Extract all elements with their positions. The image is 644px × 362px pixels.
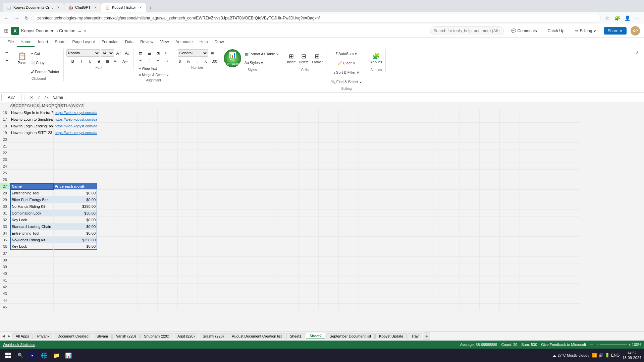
cell-a45[interactable] <box>10 304 54 310</box>
cell-G27[interactable] <box>178 183 198 190</box>
cell-Q17[interactable] <box>379 116 399 123</box>
cell-Y23[interactable] <box>540 156 560 163</box>
cell-Z45[interactable] <box>560 304 580 310</box>
cell-V37[interactable] <box>480 250 500 257</box>
cell-G17[interactable] <box>178 116 198 123</box>
cell-F21[interactable] <box>158 143 178 149</box>
cell-D44[interactable] <box>117 297 138 304</box>
cell-Q36[interactable] <box>379 243 399 250</box>
cell-V18[interactable] <box>480 123 500 129</box>
cell-J35[interactable] <box>238 237 258 243</box>
cell-M16[interactable] <box>299 109 319 116</box>
cell-T31[interactable] <box>439 210 460 217</box>
cell-S25[interactable] <box>419 170 439 176</box>
cell-J38[interactable] <box>238 257 258 263</box>
format-button[interactable]: ⊞ Format <box>311 49 324 67</box>
cell-R38[interactable] <box>399 257 419 263</box>
cell-Q18[interactable] <box>379 123 399 129</box>
cell-O26[interactable] <box>339 176 359 183</box>
font-size-select[interactable]: 14 <box>101 49 114 57</box>
cell-a26[interactable] <box>10 176 54 183</box>
cell-X44[interactable] <box>520 297 540 304</box>
cell-L17[interactable] <box>278 116 299 123</box>
cell-K31[interactable] <box>258 210 278 217</box>
cell-P29[interactable] <box>359 196 379 203</box>
cell-M25[interactable] <box>299 170 319 176</box>
cell-a42[interactable] <box>10 284 54 290</box>
cell-L41[interactable] <box>278 277 299 284</box>
cell-a18[interactable]: How to Login LendingTree ? <box>10 123 54 129</box>
cell-G32[interactable] <box>178 217 198 223</box>
cell-J29[interactable] <box>238 196 258 203</box>
cell-a23[interactable] <box>10 156 54 163</box>
cell-S22[interactable] <box>419 149 439 156</box>
cell-I30[interactable] <box>218 203 238 210</box>
insert-function-button[interactable]: ƒx <box>43 94 50 101</box>
cell-a36[interactable]: Key Lock <box>10 243 54 250</box>
cell-S21[interactable] <box>419 143 439 149</box>
cell-U18[interactable] <box>460 123 480 129</box>
cell-O20[interactable] <box>339 136 359 143</box>
cell-C29[interactable] <box>97 196 117 203</box>
cell-F20[interactable] <box>158 136 178 143</box>
cell-b31[interactable]: $30.00 <box>54 210 97 217</box>
cell-F43[interactable] <box>158 290 178 297</box>
cell-a27[interactable]: Name <box>10 183 54 190</box>
cell-W38[interactable] <box>500 257 520 263</box>
cell-X23[interactable] <box>520 156 540 163</box>
cell-F22[interactable] <box>158 149 178 156</box>
cell-T19[interactable] <box>439 129 460 136</box>
cell-R23[interactable] <box>399 156 419 163</box>
cell-S16[interactable] <box>419 109 439 116</box>
weather-display[interactable]: ☁ 27°C Mostly cloudy <box>552 353 589 358</box>
cell-N30[interactable] <box>319 203 339 210</box>
cell-Q32[interactable] <box>379 217 399 223</box>
cell-H26[interactable] <box>198 176 218 183</box>
cell-O43[interactable] <box>339 290 359 297</box>
cell-E30[interactable] <box>138 203 158 210</box>
cell-K38[interactable] <box>258 257 278 263</box>
cell-C40[interactable] <box>97 270 117 277</box>
col-header-n[interactable]: N <box>45 102 48 109</box>
cell-N37[interactable] <box>319 250 339 257</box>
clear-button[interactable]: 🧹 Clear ∨ <box>335 59 357 67</box>
cell-I26[interactable] <box>218 176 238 183</box>
taskbar-edge[interactable]: 🌐 <box>39 350 50 361</box>
cell-F38[interactable] <box>158 257 178 263</box>
cell-D18[interactable] <box>117 123 138 129</box>
cell-N24[interactable] <box>319 163 339 170</box>
cell-X34[interactable] <box>520 230 540 237</box>
cell-E19[interactable] <box>138 129 158 136</box>
cell-a19[interactable]: How to Login to SITE123 ? <box>10 129 54 136</box>
cell-Q24[interactable] <box>379 163 399 170</box>
cell-Z16[interactable] <box>560 109 580 116</box>
cell-N16[interactable] <box>319 109 339 116</box>
cell-H45[interactable] <box>198 304 218 310</box>
cell-L35[interactable] <box>278 237 299 243</box>
zoom-out-button[interactable]: − <box>597 343 599 347</box>
cell-Z19[interactable] <box>560 129 580 136</box>
cell-W28[interactable] <box>500 190 520 196</box>
cell-Y16[interactable] <box>540 109 560 116</box>
cell-J16[interactable] <box>238 109 258 116</box>
increase-decimal-button[interactable]: .00 <box>211 58 219 65</box>
cell-T36[interactable] <box>439 243 460 250</box>
cell-V28[interactable] <box>480 190 500 196</box>
cell-M23[interactable] <box>299 156 319 163</box>
cell-W27[interactable] <box>500 183 520 190</box>
cell-L43[interactable] <box>278 290 299 297</box>
cell-K41[interactable] <box>258 277 278 284</box>
cell-H20[interactable] <box>198 136 218 143</box>
cell-T30[interactable] <box>439 203 460 210</box>
cell-a24[interactable] <box>10 163 54 170</box>
find-select-button[interactable]: 🔍 Find & Select ∨ <box>329 77 364 86</box>
cell-N21[interactable] <box>319 143 339 149</box>
cell-W42[interactable] <box>500 284 520 290</box>
cell-V31[interactable] <box>480 210 500 217</box>
cell-N34[interactable] <box>319 230 339 237</box>
cell-I37[interactable] <box>218 250 238 257</box>
cell-J45[interactable] <box>238 304 258 310</box>
cell-N26[interactable] <box>319 176 339 183</box>
cell-K35[interactable] <box>258 237 278 243</box>
cell-D45[interactable] <box>117 304 138 310</box>
